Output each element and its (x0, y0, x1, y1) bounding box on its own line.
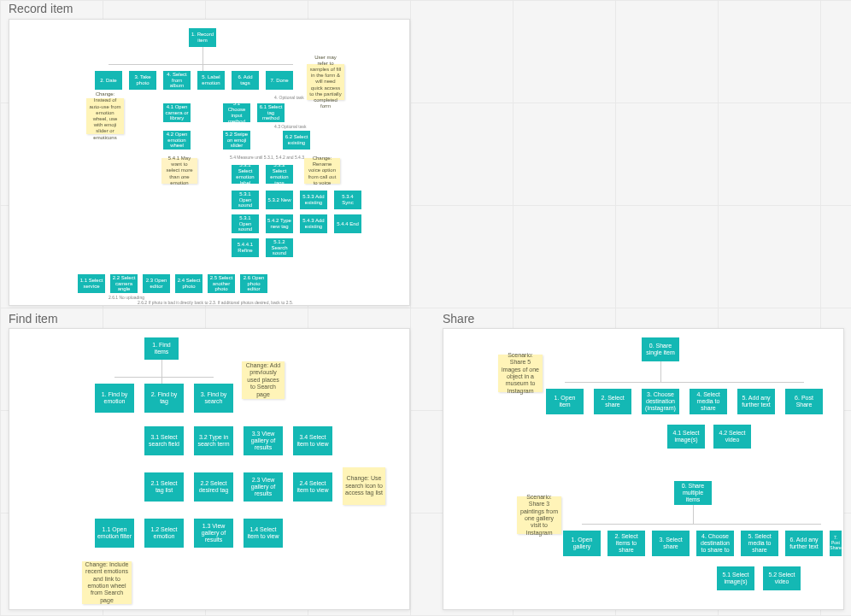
share-r1-3[interactable]: 4. Select media to share (690, 389, 727, 414)
record-bottom-3[interactable]: 2.4 Select photo (175, 274, 202, 293)
record-node-r6-0[interactable]: 5.3.1 Open sound (232, 214, 259, 233)
record-sticky-change1: Change: Instead of auto-use from emotion… (86, 98, 124, 134)
record-annot-b2: 2.6.2 If photo is bad it directly back t… (138, 300, 293, 305)
share-r2-6[interactable]: 7. Post Share (830, 531, 842, 556)
record-panel: 1. Record item 2. Date 3. Take photo 4. … (9, 19, 410, 306)
share-r2-1[interactable]: 2. Select items to share (607, 531, 645, 556)
find-r1-1[interactable]: 2. Find by tag (144, 384, 184, 413)
record-node-r6-3[interactable]: 5.4.4 End (334, 214, 361, 233)
find-r3-1[interactable]: 2.2 Select desired tag (194, 472, 233, 502)
record-bottom-1[interactable]: 2.2 Select camera angle (110, 274, 138, 293)
record-node-6-1[interactable]: 6.1 Select tag method (257, 103, 285, 122)
share-panel-title: Share (443, 312, 474, 326)
find-sticky-search: Change: Use search icon to access tag li… (343, 467, 385, 505)
find-root[interactable]: 1. Find items (144, 337, 179, 360)
record-panel-title: Record item (9, 2, 73, 15)
share-r2-3[interactable]: 4. Choose destination to share to (696, 531, 734, 556)
record-sticky-user: User may refer to samples of fill in the… (307, 64, 344, 100)
share-sticky-scenario2: Scenario: Share 3 paintings from one gal… (517, 496, 561, 534)
record-node-tags[interactable]: 7. Done (266, 71, 293, 90)
record-node-5-2[interactable]: 5.2 Swipe on emoji slider (223, 131, 250, 150)
record-bottom-5[interactable]: 2.6 Open photo editor (240, 274, 267, 293)
record-node-5-3-1a[interactable]: 5.3.1 Select emotion label (232, 165, 259, 184)
find-sticky-prev: Change: Add previously used places to Se… (242, 361, 285, 399)
record-node-6-2[interactable]: 6.2 Select existing (283, 131, 310, 150)
find-sticky-emotions: Change: Include recent emotions and link… (82, 561, 132, 604)
share-root[interactable]: 0. Share single item (642, 337, 679, 361)
share-r1-4[interactable]: 5. Add any further text (737, 389, 775, 414)
share-r1b-1[interactable]: 4.2 Select video (713, 425, 751, 449)
share-r1-0[interactable]: 1. Open item (546, 389, 584, 414)
find-r2-0[interactable]: 3.1 Select search field (144, 426, 184, 455)
record-node-date[interactable]: 2. Date (95, 71, 122, 90)
find-panel: 1. Find items Change: Add previously use… (9, 328, 410, 610)
record-node-r5-3[interactable]: 5.3.4 Sync (334, 191, 361, 209)
record-node-photo[interactable]: 3. Take photo (129, 71, 156, 90)
find-r3-3[interactable]: 2.4 Select item to view (293, 472, 332, 502)
record-bottom-0[interactable]: 1.1 Select service (78, 274, 105, 293)
find-r3-0[interactable]: 2.1 Select tag list (144, 472, 184, 502)
find-panel-title: Find item (9, 312, 58, 326)
share-sticky-scenario1: Scenario: Share 5 images of one object i… (498, 355, 543, 392)
record-annot-4-3: 4.3 Optional task (274, 124, 307, 129)
record-node-r5-1[interactable]: 5.3.2 New (266, 191, 293, 209)
record-node-r6-1[interactable]: 5.4.2 Type new tag (266, 214, 293, 233)
share-r1-1[interactable]: 2. Select share (594, 389, 631, 414)
record-node-r6-2[interactable]: 5.4.3 Add existing (300, 214, 327, 233)
find-r1-0[interactable]: 1. Find by emotion (95, 384, 134, 413)
find-r1-2[interactable]: 3. Find by search (194, 384, 233, 413)
record-root[interactable]: 1. Record item (189, 28, 216, 47)
record-annot-5-4: 5.4 Measure until 5.3.1, 5.4.2 and 5.4.3 (230, 155, 304, 160)
find-r4-2[interactable]: 1.3 View gallery of results (194, 519, 233, 548)
record-node-album[interactable]: 4. Select from album (163, 71, 191, 90)
record-node-r5-2[interactable]: 5.3.3 Add existing (300, 191, 327, 209)
share-root2[interactable]: 0. Share multiple items (674, 481, 712, 505)
share-r2-4[interactable]: 5. Select media to share (741, 531, 778, 556)
find-r4-0[interactable]: 1.1 Open emotion filter (95, 519, 134, 548)
share-panel: 0. Share single item Scenario: Share 5 i… (443, 328, 844, 610)
record-node-r7-1[interactable]: 5.1.2 Search sound (266, 238, 293, 257)
record-node-emotion[interactable]: 5. Label emotion (197, 71, 225, 90)
find-r4-1[interactable]: 1.2 Select emotion (144, 519, 184, 548)
find-r3-2[interactable]: 2.3 View gallery of results (244, 472, 283, 502)
find-r2-3[interactable]: 3.4 Select item to view (293, 426, 332, 455)
find-r4-3[interactable]: 1.4 Select item to view (244, 519, 283, 548)
record-annot-optional: 4. Optional task (274, 95, 304, 100)
record-node-4-1[interactable]: 4.1 Open camera or library (163, 103, 191, 122)
record-node-voice[interactable]: 6. Add tags (232, 71, 259, 90)
record-node-r7-0[interactable]: 5.4.4.1 Refine (232, 238, 259, 257)
share-r1b-0[interactable]: 4.1 Select image(s) (667, 425, 705, 449)
share-r2b-0[interactable]: 5.1 Select image(s) (717, 566, 754, 590)
record-node-5-1[interactable]: 5.1 Choose input method (223, 103, 250, 122)
record-node-5-3-2a[interactable]: 5.3.2 Select emotion tags (266, 165, 293, 184)
share-r2-2[interactable]: 3. Select share (652, 531, 690, 556)
record-sticky-multi: 5.4.1 May want to select more than one e… (161, 158, 197, 184)
share-r2-5[interactable]: 6. Add any further text (785, 531, 823, 556)
share-r2-0[interactable]: 1. Open gallery (563, 531, 601, 556)
share-r1-2[interactable]: 3. Choose destination (Instagram) (642, 389, 679, 414)
find-r2-2[interactable]: 3.3 View gallery of results (244, 426, 283, 455)
share-r2b-1[interactable]: 5.2 Select video (763, 566, 801, 590)
record-node-4-2[interactable]: 4.2 Open emotion wheel (163, 131, 191, 150)
find-r2-1[interactable]: 3.2 Type in search term (194, 426, 233, 455)
record-bottom-2[interactable]: 2.3 Open editor (143, 274, 170, 293)
record-bottom-4[interactable]: 2.5 Select another photo (208, 274, 235, 293)
record-sticky-rename: Change: Rename voice option from call ou… (304, 158, 340, 184)
share-r1-5[interactable]: 6. Post Share (785, 389, 823, 414)
record-node-r5-0[interactable]: 5.3.1 Open sound (232, 191, 259, 209)
